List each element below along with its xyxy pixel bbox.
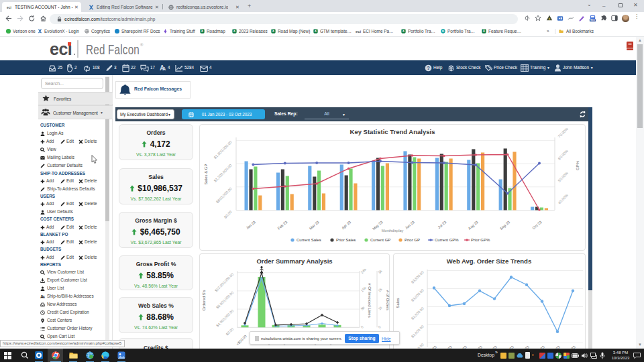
- svg-text:Aug 23: Aug 23: [468, 220, 479, 231]
- svg-text:?: ?: [427, 65, 430, 71]
- svg-text:New: New: [590, 19, 595, 21]
- svg-text:40.00%: 40.00%: [557, 193, 569, 205]
- svg-text:0: 0: [360, 325, 364, 329]
- svg-text:Order Summary Analysis: Order Summary Analysis: [256, 257, 332, 265]
- svg-text:$12,000,000.00: $12,000,000.00: [214, 272, 234, 292]
- svg-text:D: D: [442, 29, 444, 33]
- svg-text:24k: 24k: [360, 267, 367, 275]
- svg-text:Prior Sales: Prior Sales: [336, 238, 356, 242]
- svg-text:Sales: Sales: [396, 298, 400, 308]
- svg-text:Prior GP: Prior GP: [405, 238, 420, 242]
- svg-text:$600,000.00: $600,000.00: [215, 186, 233, 204]
- svg-text:<$50.00: <$50.00: [235, 334, 248, 346]
- svg-text:3k: 3k: [377, 269, 382, 274]
- svg-text:Ordered $'s: Ordered $'s: [202, 290, 206, 310]
- svg-text:$3,000.00: $3,000.00: [411, 288, 425, 302]
- svg-text:$2,500.00: $2,500.00: [411, 306, 425, 320]
- svg-text:Sales & GP: Sales & GP: [204, 164, 208, 184]
- svg-text:0: 0: [377, 325, 381, 329]
- svg-text:GP%: GP%: [576, 160, 580, 170]
- svg-text:Prior GP%: Prior GP%: [471, 238, 490, 242]
- svg-text:50.00%: 50.00%: [557, 171, 569, 183]
- svg-text:Oct 23: Oct 23: [531, 220, 542, 230]
- svg-text:Apr 23: Apr 23: [341, 220, 352, 230]
- svg-text:$1,500.00: $1,500.00: [411, 343, 425, 349]
- svg-text:A: A: [43, 296, 46, 299]
- svg-text:Feb 23: Feb 23: [276, 220, 288, 231]
- svg-text:Jul 23: Jul 23: [437, 220, 447, 229]
- svg-text:Sep 23: Sep 23: [499, 220, 511, 231]
- svg-text:70.00%: 70.00%: [557, 127, 569, 139]
- svg-text:A: A: [162, 66, 166, 72]
- svg-text:$3,500.00: $3,500.00: [411, 270, 425, 284]
- svg-text:$0.00: $0.00: [223, 210, 233, 219]
- svg-text:Current Sales: Current Sales: [297, 238, 321, 242]
- svg-text:Jan 23: Jan 23: [246, 220, 257, 230]
- svg-text:$8,000,000.00: $8,000,000.00: [215, 290, 234, 309]
- svg-text:Current GP%: Current GP%: [435, 238, 459, 242]
- svg-text:16k: 16k: [360, 286, 367, 293]
- svg-text:Mar 23: Mar 23: [309, 220, 320, 231]
- svg-text:Jun 23: Jun 23: [405, 220, 416, 230]
- svg-text:1k: 1k: [377, 305, 382, 310]
- svg-text:# of Orders: # of Orders: [386, 290, 390, 310]
- svg-text:Web Avg. Order Size Trends: Web Avg. Order Size Trends: [447, 257, 531, 265]
- svg-text:2k: 2k: [377, 287, 382, 292]
- svg-text:Key Statistic Trend Analysis: Key Statistic Trend Analysis: [350, 128, 435, 135]
- svg-text:$2,000.00: $2,000.00: [411, 324, 425, 339]
- svg-text:60.00%: 60.00%: [557, 149, 569, 161]
- svg-text:# Of Invoiced Lines: # Of Invoiced Lines: [368, 283, 372, 317]
- svg-text:8k: 8k: [360, 305, 365, 310]
- svg-text:Current GP: Current GP: [370, 238, 390, 242]
- svg-text:Monthdisplay: Monthdisplay: [382, 229, 404, 233]
- svg-text:$1,800,000.00: $1,800,000.00: [213, 140, 233, 160]
- svg-text:$0.00: $0.00: [225, 327, 235, 337]
- svg-text:$1,200,000.00: $1,200,000.00: [213, 164, 233, 183]
- svg-text:$4,000,000.00: $4,000,000.00: [215, 309, 234, 328]
